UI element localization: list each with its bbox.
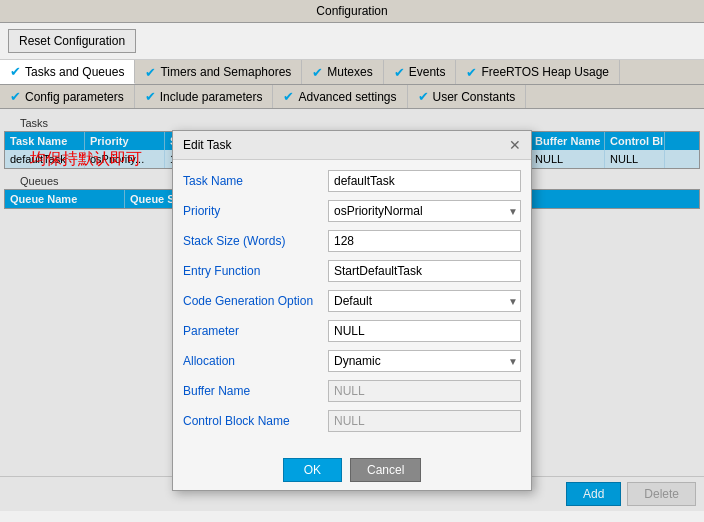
modal-title: Edit Task xyxy=(183,138,231,152)
ok-button[interactable]: OK xyxy=(283,458,342,482)
form-row-buffername: Buffer Name xyxy=(183,380,521,402)
check-icon-freertos: ✔ xyxy=(466,65,477,80)
edit-task-modal: Edit Task ✕ Task Name Priority osPriorit… xyxy=(172,130,532,491)
select-wrap-codegen: Default As external As weak ▼ xyxy=(328,290,521,312)
label-allocation: Allocation xyxy=(183,354,328,368)
tab-user-label: User Constants xyxy=(433,90,516,104)
modal-close-button[interactable]: ✕ xyxy=(509,137,521,153)
check-icon-user: ✔ xyxy=(418,89,429,104)
label-entryfunc: Entry Function xyxy=(183,264,328,278)
toolbar: Reset Configuration xyxy=(0,23,704,60)
tab-advanced[interactable]: ✔ Advanced settings xyxy=(273,85,407,108)
tab-config-params[interactable]: ✔ Config parameters xyxy=(0,85,135,108)
label-priority: Priority xyxy=(183,204,328,218)
check-icon-include: ✔ xyxy=(145,89,156,104)
label-controlblock: Control Block Name xyxy=(183,414,328,428)
form-row-priority: Priority osPriorityNormal osPriorityLow … xyxy=(183,200,521,222)
label-taskname: Task Name xyxy=(183,174,328,188)
tab-tasks-queues[interactable]: ✔ Tasks and Queues xyxy=(0,60,135,84)
tab-mutexes-label: Mutexes xyxy=(327,65,372,79)
cancel-button[interactable]: Cancel xyxy=(350,458,421,482)
tab-user-constants[interactable]: ✔ User Constants xyxy=(408,85,527,108)
reset-config-button[interactable]: Reset Configuration xyxy=(8,29,136,53)
check-icon-tasks: ✔ xyxy=(10,64,21,79)
tabs-row1: ✔ Tasks and Queues ✔ Timers and Semaphor… xyxy=(0,60,704,85)
tab-include-params[interactable]: ✔ Include parameters xyxy=(135,85,274,108)
tab-mutexes[interactable]: ✔ Mutexes xyxy=(302,60,383,84)
label-parameter: Parameter xyxy=(183,324,328,338)
input-buffername xyxy=(328,380,521,402)
select-priority[interactable]: osPriorityNormal osPriorityLow osPriorit… xyxy=(328,200,521,222)
check-icon-config: ✔ xyxy=(10,89,21,104)
input-taskname[interactable] xyxy=(328,170,521,192)
check-icon-mutexes: ✔ xyxy=(312,65,323,80)
tab-timers-label: Timers and Semaphores xyxy=(160,65,291,79)
tab-advanced-label: Advanced settings xyxy=(298,90,396,104)
tab-config-label: Config parameters xyxy=(25,90,124,104)
form-row-taskname: Task Name xyxy=(183,170,521,192)
check-icon-events: ✔ xyxy=(394,65,405,80)
label-stacksize: Stack Size (Words) xyxy=(183,234,328,248)
input-parameter[interactable] xyxy=(328,320,521,342)
modal-footer: OK Cancel xyxy=(173,450,531,490)
form-row-codegen: Code Generation Option Default As extern… xyxy=(183,290,521,312)
label-codegen: Code Generation Option xyxy=(183,294,328,308)
modal-body: Task Name Priority osPriorityNormal osPr… xyxy=(173,160,531,450)
form-row-entryfunc: Entry Function xyxy=(183,260,521,282)
tab-tasks-label: Tasks and Queues xyxy=(25,65,124,79)
label-buffername: Buffer Name xyxy=(183,384,328,398)
check-icon-advanced: ✔ xyxy=(283,89,294,104)
window-title: Configuration xyxy=(316,4,387,18)
select-codegen[interactable]: Default As external As weak xyxy=(328,290,521,312)
form-row-controlblock: Control Block Name xyxy=(183,410,521,432)
check-icon-timers: ✔ xyxy=(145,65,156,80)
tab-events[interactable]: ✔ Events xyxy=(384,60,457,84)
select-wrap-priority: osPriorityNormal osPriorityLow osPriorit… xyxy=(328,200,521,222)
input-controlblock xyxy=(328,410,521,432)
input-entryfunc[interactable] xyxy=(328,260,521,282)
modal-header: Edit Task ✕ xyxy=(173,131,531,160)
main-content: Tasks Task Name Priority Stack Siz... En… xyxy=(0,109,704,511)
select-allocation[interactable]: Dynamic Static xyxy=(328,350,521,372)
form-row-parameter: Parameter xyxy=(183,320,521,342)
input-stacksize[interactable] xyxy=(328,230,521,252)
form-row-allocation: Allocation Dynamic Static ▼ xyxy=(183,350,521,372)
tab-freertos-label: FreeRTOS Heap Usage xyxy=(481,65,609,79)
tabs-row2: ✔ Config parameters ✔ Include parameters… xyxy=(0,85,704,109)
form-row-stacksize: Stack Size (Words) xyxy=(183,230,521,252)
tab-timers-semaphores[interactable]: ✔ Timers and Semaphores xyxy=(135,60,302,84)
select-wrap-allocation: Dynamic Static ▼ xyxy=(328,350,521,372)
modal-overlay: Edit Task ✕ Task Name Priority osPriorit… xyxy=(0,109,704,511)
title-bar: Configuration xyxy=(0,0,704,23)
tab-events-label: Events xyxy=(409,65,446,79)
tab-freertos[interactable]: ✔ FreeRTOS Heap Usage xyxy=(456,60,620,84)
tab-include-label: Include parameters xyxy=(160,90,263,104)
